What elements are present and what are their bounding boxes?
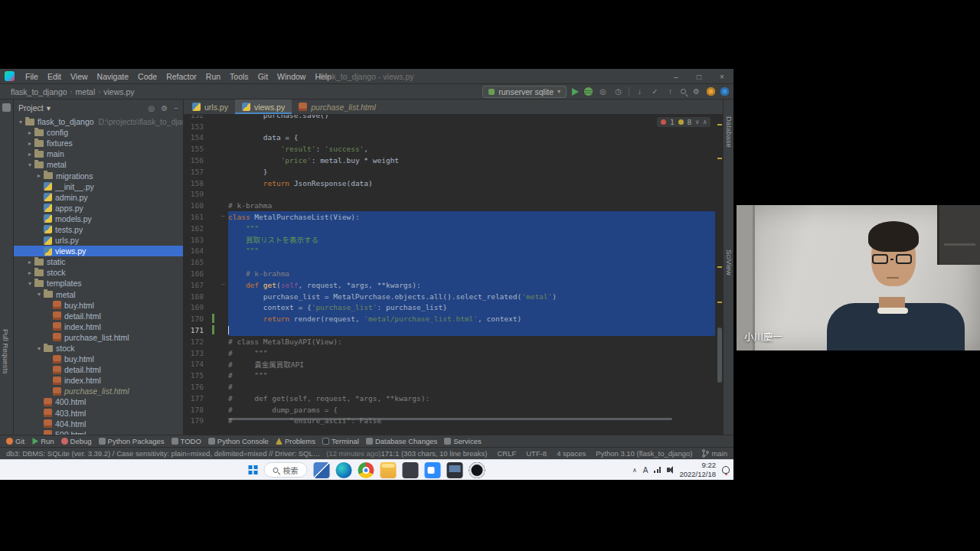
breadcrumb-item[interactable]: views.py bbox=[100, 87, 137, 96]
menu-code[interactable]: Code bbox=[133, 72, 162, 81]
code-line[interactable]: 167− def get(self, request, *args, **kwa… bbox=[184, 279, 715, 291]
status-caret-position[interactable]: 171:1 (303 chars, 10 line breaks) bbox=[381, 449, 488, 458]
tree-item-main[interactable]: ▸main bbox=[14, 148, 183, 159]
wifi-icon[interactable] bbox=[654, 467, 661, 473]
close-button[interactable]: × bbox=[710, 69, 733, 84]
tree-item-index.html[interactable]: index.html bbox=[14, 375, 183, 386]
code-line[interactable]: 166 # k-brahma bbox=[184, 268, 715, 279]
tree-item-templates[interactable]: ▾templates bbox=[14, 278, 183, 289]
menu-tools[interactable]: Tools bbox=[225, 72, 253, 81]
tree-item-static[interactable]: ▸static bbox=[14, 256, 183, 267]
toolwindow-python-console[interactable]: Python Console bbox=[208, 437, 269, 445]
code-line[interactable]: 178# dump_params = { bbox=[184, 404, 715, 416]
tree-item-404.html[interactable]: 404.html bbox=[14, 419, 183, 429]
vertical-scrollbar[interactable] bbox=[717, 115, 723, 435]
minimize-button[interactable]: – bbox=[665, 69, 688, 84]
git-push-button[interactable]: ↑ bbox=[665, 86, 675, 96]
code-line[interactable]: 175# """ bbox=[184, 370, 715, 381]
taskbar-clock[interactable]: 9:22 2022/12/18 bbox=[679, 461, 716, 479]
prev-problem-icon[interactable]: ∧ bbox=[703, 119, 707, 126]
status-utf-8[interactable]: UTF-8 bbox=[526, 449, 547, 458]
locate-file-button[interactable]: ◎ bbox=[148, 104, 155, 112]
toolwindow-terminal[interactable]: Terminal bbox=[322, 437, 359, 445]
menu-run[interactable]: Run bbox=[201, 72, 225, 81]
debug-button[interactable] bbox=[584, 87, 593, 96]
tree-item-purchase_list.html[interactable]: purchase_list.html bbox=[14, 332, 183, 343]
tree-item-tests.py[interactable]: tests.py bbox=[14, 224, 183, 235]
tree-item-stock[interactable]: ▾stock bbox=[14, 343, 183, 354]
run-button[interactable] bbox=[572, 88, 579, 96]
code-line[interactable]: 161−class MetalPurchaseList(View): bbox=[184, 211, 715, 223]
code-line[interactable]: 168 purchase_list = MetalPurchase.object… bbox=[184, 291, 715, 302]
code-line[interactable]: 179# "ensure_ascii": False bbox=[184, 416, 715, 427]
tree-item-flask_to_django[interactable]: ▾flask_to_djangoD:\projects\flask_to_dja… bbox=[14, 116, 183, 127]
edge-app-icon[interactable] bbox=[336, 462, 352, 478]
status-git-branch[interactable]: main bbox=[702, 449, 727, 458]
taskview-app-icon[interactable] bbox=[314, 462, 330, 478]
tree-item-500.html[interactable]: 500.html bbox=[14, 429, 183, 435]
code-line[interactable]: 171 bbox=[184, 324, 715, 336]
run-configuration-select[interactable]: runserver sqlite ▾ bbox=[482, 86, 567, 98]
pull-requests-tool-button[interactable]: Pull Requests bbox=[2, 329, 10, 374]
monitor-app-icon[interactable] bbox=[447, 462, 463, 478]
code-line[interactable]: 162 """ bbox=[184, 223, 715, 234]
tree-item-views.py[interactable]: views.py bbox=[14, 246, 183, 256]
code-line[interactable]: 159 bbox=[184, 189, 715, 201]
tree-item-purchase_list.html[interactable]: purchase_list.html bbox=[14, 386, 183, 396]
record-plugin-icon[interactable] bbox=[707, 87, 715, 96]
git-commit-button[interactable]: ✓ bbox=[650, 86, 660, 96]
fold-marker-icon[interactable]: − bbox=[221, 213, 225, 220]
code-line[interactable]: 176# bbox=[184, 381, 715, 393]
status-crlf[interactable]: CRLF bbox=[497, 449, 516, 458]
tree-item-403.html[interactable]: 403.html bbox=[14, 408, 183, 419]
code-line[interactable]: 170 return render(request, 'metal/purcha… bbox=[184, 313, 715, 324]
code-line[interactable]: 152 purchase.save() bbox=[184, 115, 715, 121]
profiler-button[interactable]: ◷ bbox=[613, 86, 623, 96]
browser-plugin-icon[interactable] bbox=[720, 87, 729, 96]
breadcrumb-item[interactable]: flask_to_django bbox=[8, 87, 70, 96]
menu-edit[interactable]: Edit bbox=[43, 72, 66, 81]
tree-item-detail.html[interactable]: detail.html bbox=[14, 364, 183, 375]
tree-item-__init__.py[interactable]: __init__.py bbox=[14, 181, 183, 192]
code-line[interactable]: 164 """ bbox=[184, 246, 715, 257]
settings-button[interactable]: ⚙ bbox=[691, 86, 701, 96]
obs-app-icon[interactable] bbox=[469, 462, 485, 478]
menu-refactor[interactable]: Refactor bbox=[162, 72, 201, 81]
notification-bell-icon[interactable] bbox=[722, 466, 730, 474]
editor-tab-views.py[interactable]: views.py bbox=[235, 99, 292, 114]
menu-navigate[interactable]: Navigate bbox=[93, 72, 133, 81]
code-line[interactable]: 158 return JsonResponse(data) bbox=[184, 178, 715, 189]
maximize-button[interactable]: □ bbox=[688, 69, 710, 84]
tree-item-detail.html[interactable]: detail.html bbox=[14, 311, 183, 321]
toolwindow-database-changes[interactable]: Database Changes bbox=[366, 437, 437, 445]
tree-item-buy.html[interactable]: buy.html bbox=[14, 300, 183, 311]
coverage-button[interactable]: ◎ bbox=[598, 86, 608, 96]
fold-marker-icon[interactable]: − bbox=[221, 281, 225, 288]
menu-window[interactable]: Window bbox=[273, 72, 310, 81]
code-line[interactable]: 153 bbox=[184, 121, 715, 132]
tree-item-metal[interactable]: ▾metal bbox=[14, 159, 183, 170]
code-editor[interactable]: 1 8 ∨ ∧ 152 purchase.save() bbox=[184, 115, 723, 435]
menu-file[interactable]: File bbox=[21, 72, 43, 81]
sciview-tool-button[interactable]: SciView bbox=[725, 249, 733, 276]
panel-settings-button[interactable]: ⚙ bbox=[161, 104, 168, 112]
code-line[interactable]: 172# class MetalBuyAPI(View): bbox=[184, 336, 715, 347]
toolwindow-python-packages[interactable]: Python Packages bbox=[99, 437, 165, 445]
project-panel-title[interactable]: Project bbox=[18, 103, 44, 112]
editor-tab-purchase_list.html[interactable]: purchase_list.html bbox=[292, 99, 383, 114]
tree-item-400.html[interactable]: 400.html bbox=[14, 396, 183, 407]
breadcrumb-item[interactable]: metal bbox=[73, 87, 99, 96]
next-problem-icon[interactable]: ∨ bbox=[695, 119, 699, 126]
code-line[interactable]: 160# k-brahma bbox=[184, 200, 715, 211]
dark-app-icon[interactable] bbox=[403, 462, 419, 478]
status-python-3.10-(flask_to_django)[interactable]: Python 3.10 (flask_to_django) bbox=[596, 449, 692, 458]
code-line[interactable]: 165 bbox=[184, 256, 715, 268]
code-line[interactable]: 174# 貴金属買取API bbox=[184, 359, 715, 370]
git-update-button[interactable]: ↓ bbox=[635, 86, 645, 96]
code-line[interactable]: 177# def get(self, request, *args, **kwa… bbox=[184, 393, 715, 404]
project-tool-icon[interactable] bbox=[2, 103, 11, 112]
menu-view[interactable]: View bbox=[66, 72, 93, 81]
code-line[interactable]: 163 買取リストを表示する bbox=[184, 234, 715, 246]
tree-item-apps.py[interactable]: apps.py bbox=[14, 203, 183, 214]
toolwindow-git[interactable]: Git bbox=[6, 437, 24, 445]
